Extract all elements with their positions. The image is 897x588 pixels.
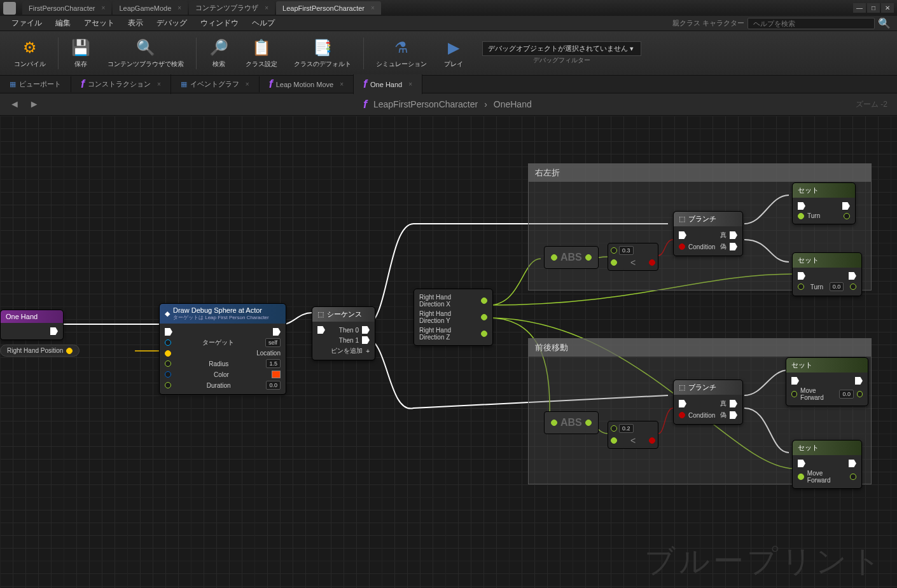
unreal-logo	[3, 2, 16, 15]
menu-edit[interactable]: 編集	[50, 16, 76, 31]
close-icon[interactable]: ×	[265, 4, 268, 11]
menubar: ファイル 編集 アセット 表示 デバッグ ウィンドウ ヘルプ 親クラス キャラク…	[0, 16, 897, 31]
menu-file[interactable]: ファイル	[6, 16, 47, 31]
close-icon[interactable]: ×	[177, 4, 181, 11]
menu-asset[interactable]: アセット	[79, 16, 120, 31]
forward-arrow[interactable]: ►	[29, 99, 39, 110]
close-icon[interactable]: ×	[102, 4, 106, 11]
toolbar: ⚙コンパイル 💾保存 🔍コンテンツブラウザで検索 🔎検索 📋クラス設定 📑クラス…	[0, 31, 897, 76]
tab-onehand[interactable]: fOne Hand×	[354, 74, 422, 94]
node-draw-debug-sphere[interactable]: ◆ Draw Debug Sphere at Actorターゲットは Leap …	[159, 303, 286, 395]
debug-filter-label: デバッグフィルター	[482, 56, 641, 65]
node-abs-2[interactable]: ABS	[544, 411, 599, 434]
close-button[interactable]: ✕	[881, 3, 894, 13]
breadcrumb-parent[interactable]: LeapFirstPersonCharacter	[373, 99, 478, 109]
menu-view[interactable]: 表示	[123, 16, 148, 31]
search-icon[interactable]: 🔍	[878, 17, 891, 29]
node-compare-2[interactable]: 0.2 <	[608, 421, 658, 449]
search-button[interactable]: 🔎検索	[201, 34, 237, 72]
minimize-button[interactable]: —	[853, 3, 866, 13]
play-button[interactable]: ▶プレイ	[436, 34, 471, 72]
class-defaults-button[interactable]: 📑クラスのデフォルト	[286, 34, 359, 72]
tab-firstperson[interactable]: FirstPersonCharacter×	[22, 1, 111, 15]
tab-content[interactable]: コンテンツブラウザ×	[189, 1, 275, 15]
watermark: ブループリント	[644, 541, 884, 582]
node-abs-1[interactable]: ABS	[544, 246, 599, 269]
titlebar: FirstPersonCharacter× LeapGameMode× コンテン…	[0, 0, 897, 16]
secondary-tabs: ▦ビューポート fコンストラクション× ▦イベントグラフ× fLeap Moti…	[0, 76, 897, 93]
node-rhd[interactable]: Right Hand Direction X Right Hand Direct…	[414, 289, 493, 346]
tab-construction[interactable]: fコンストラクション×	[71, 74, 171, 94]
title-tabs: FirstPersonCharacter× LeapGameMode× コンテン…	[22, 1, 853, 15]
node-set-turn-2[interactable]: セット Turn0.0	[792, 252, 862, 296]
node-entry[interactable]: One Hand	[0, 310, 64, 340]
help-search[interactable]	[748, 18, 875, 29]
maximize-button[interactable]: □	[867, 3, 880, 13]
node-branch-2[interactable]: ⬚ ブランチ 真 Condition偽	[673, 379, 743, 425]
var-right-hand-position[interactable]: Right Hand Position	[0, 345, 80, 357]
node-branch-1[interactable]: ⬚ ブランチ 真 Condition偽	[673, 211, 743, 256]
tab-viewport[interactable]: ▦ビューポート	[0, 76, 71, 92]
class-settings-button[interactable]: 📋クラス設定	[238, 34, 285, 72]
menu-help[interactable]: ヘルプ	[247, 16, 280, 31]
tab-eventgraph[interactable]: ▦イベントグラフ×	[171, 76, 260, 92]
node-set-move-1[interactable]: セット Move Forward0.0	[786, 357, 868, 406]
graph-header: ◄ ► f LeapFirstPersonCharacter › OneHand…	[0, 93, 897, 116]
node-set-turn-1[interactable]: セット Turn	[792, 182, 856, 224]
debug-object-select[interactable]: デバッグオブジェクトが選択されていません ▾	[482, 41, 641, 56]
tab-leapfirst[interactable]: LeapFirstPersonCharacter×	[276, 1, 381, 15]
node-set-move-2[interactable]: セット Move Forward	[792, 440, 862, 489]
node-sequence[interactable]: ⬚ シーケンス Then 0 Then 1 ピンを追加+	[312, 306, 375, 360]
breadcrumb: f LeapFirstPersonCharacter › OneHand	[49, 98, 846, 111]
node-compare-1[interactable]: 0.3 <	[608, 243, 658, 271]
save-button[interactable]: 💾保存	[63, 34, 99, 72]
parent-class-label: 親クラス キャラクター	[672, 18, 744, 28]
zoom-label: ズーム -2	[856, 99, 887, 110]
tab-leapmove[interactable]: fLeap Motion Move×	[260, 74, 354, 94]
compile-button[interactable]: ⚙コンパイル	[6, 34, 53, 72]
breadcrumb-child[interactable]: OneHand	[494, 99, 532, 109]
menu-window[interactable]: ウィンドウ	[195, 16, 244, 31]
blueprint-graph[interactable]: One Hand Right Hand Position ◆ Draw Debu…	[0, 116, 897, 588]
menu-debug[interactable]: デバッグ	[151, 16, 192, 31]
close-icon[interactable]: ×	[371, 4, 375, 11]
back-arrow[interactable]: ◄	[10, 99, 20, 110]
simulation-button[interactable]: ⚗シミュレーション	[368, 34, 435, 72]
browse-button[interactable]: 🔍コンテンツブラウザで検索	[100, 34, 191, 72]
tab-leapgame[interactable]: LeapGameMode×	[113, 1, 188, 15]
color-swatch[interactable]	[272, 371, 281, 378]
